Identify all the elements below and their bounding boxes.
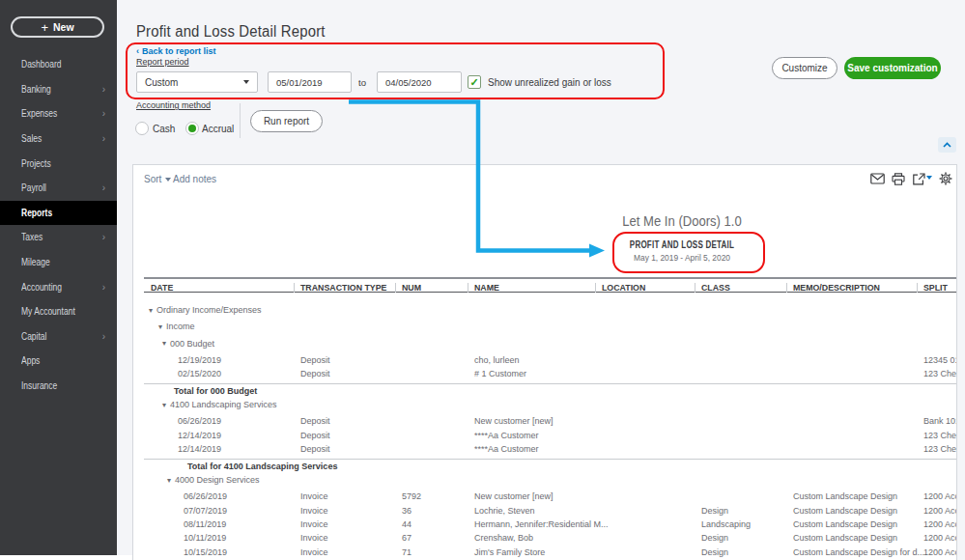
sidebar-item-mileage[interactable]: Mileage: [0, 250, 117, 275]
chevron-right-icon: ›: [102, 331, 105, 342]
sidebar-item-label: Insurance: [21, 380, 57, 391]
run-report-button[interactable]: Run report: [250, 110, 323, 132]
table-row: 06/26/2019DepositNew customer [new]Bank …: [144, 414, 956, 428]
cell-name: cho, lurleen: [474, 353, 520, 367]
cell-date: 12/14/2019: [178, 429, 221, 442]
cell-split: 1200 Acco: [923, 546, 957, 559]
table-row: Total for 000 Budget: [144, 383, 956, 397]
sidebar-item-taxes[interactable]: Taxes›: [0, 225, 117, 250]
table-row: 12/14/2019Deposit****Aa Customer123 Chec…: [144, 429, 956, 442]
table-row: 07/07/2019Invoice36Lochrie, StevenDesign…: [144, 504, 956, 518]
group-label: 4000 Design Services: [175, 475, 260, 485]
table-row: 10/11/2019Invoice67Crenshaw, BobDesignCu…: [144, 531, 956, 545]
page-title: Profit and Loss Detail Report: [136, 23, 326, 41]
cell-date: 12/14/2019: [178, 442, 221, 456]
cell-split: 1200 Acco: [923, 531, 957, 545]
sidebar-item-capital[interactable]: Capital›: [0, 324, 117, 350]
report-title: PROFIT AND LOSS DETAIL: [566, 239, 798, 250]
accrual-radio[interactable]: [185, 122, 199, 135]
back-to-report-list-link[interactable]: ‹Back to report list: [136, 46, 216, 56]
collapse-button[interactable]: [938, 137, 956, 153]
sidebar-item-label: Reports: [21, 208, 52, 218]
table-row: Total for 4100 Landscaping Services: [144, 459, 956, 472]
collapse-triangle-icon[interactable]: ▾: [149, 304, 153, 318]
new-button[interactable]: + New: [11, 16, 104, 38]
collapse-triangle-icon[interactable]: ▾: [162, 399, 166, 412]
date-from-input[interactable]: 05/01/2019: [268, 71, 352, 93]
table-row: 12/19/2019Depositcho, lurleen12345 01 W: [144, 353, 956, 367]
cell-txn: Deposit: [300, 367, 330, 380]
email-icon[interactable]: [870, 173, 885, 184]
column-header: NAME: [474, 283, 499, 293]
cell-txn: Invoice: [300, 518, 328, 531]
cell-class: Design: [701, 531, 728, 545]
sidebar-item-label: Taxes: [21, 232, 43, 242]
table-row: 08/11/2019Invoice44Hermann, Jennifer:Res…: [144, 518, 956, 531]
column-header: TRANSACTION TYPE: [300, 283, 386, 293]
collapse-triangle-icon[interactable]: ▾: [158, 321, 162, 334]
sidebar-item-reports[interactable]: Reports: [0, 201, 117, 226]
cell-name: ****Aa Customer: [474, 429, 539, 442]
cell-date: 06/26/2019: [178, 414, 221, 428]
sidebar-item-my-accountant[interactable]: My Accountant: [0, 299, 117, 324]
sidebar-item-projects[interactable]: Projects: [0, 151, 117, 176]
sidebar-nav: DashboardBanking›Expenses›Sales›Projects…: [0, 52, 117, 398]
cell-class: Landscaping: [701, 518, 751, 531]
accrual-label: Accrual: [202, 124, 234, 134]
cash-radio[interactable]: [135, 122, 149, 135]
divider: [240, 103, 241, 138]
cell-date: 07/07/2019: [184, 504, 227, 518]
sidebar-item-payroll[interactable]: Payroll›: [0, 176, 117, 201]
radio-dot: [188, 125, 196, 132]
collapse-triangle-icon[interactable]: ▾: [167, 474, 171, 488]
show-unrealized-label: Show unrealized gain or loss: [488, 77, 611, 88]
column-header: DATE: [151, 283, 173, 293]
column-header: SPLIT: [923, 283, 948, 293]
sidebar-item-apps[interactable]: Apps: [0, 349, 117, 374]
chevron-right-icon: ›: [102, 84, 105, 95]
sort-dropdown[interactable]: Sort: [144, 174, 171, 184]
gear-icon[interactable]: [939, 172, 952, 185]
group-label: Income: [166, 322, 195, 331]
cell-name: New customer [new]: [474, 490, 553, 503]
column-header: CLASS: [701, 283, 730, 293]
date-to-input[interactable]: 04/05/2020: [377, 71, 462, 93]
cell-memo: Custom Landscape Design: [793, 531, 897, 545]
chevron-right-icon: ›: [102, 108, 105, 119]
sidebar-item-dashboard[interactable]: Dashboard: [0, 52, 117, 77]
sidebar-item-expenses[interactable]: Expenses›: [0, 101, 117, 126]
chevron-right-icon: ›: [102, 282, 105, 293]
cell-date: 10/11/2019: [184, 531, 226, 545]
plus-icon: +: [41, 21, 48, 34]
cell-name: ****Aa Customer: [474, 442, 539, 456]
report-subtitle: May 1, 2019 - April 5, 2020: [554, 252, 809, 263]
collapse-triangle-icon[interactable]: ▾: [162, 337, 166, 350]
cell-txn: Invoice: [300, 546, 328, 559]
customize-button[interactable]: Customize: [772, 57, 837, 79]
cell-date: 08/11/2019: [184, 518, 226, 531]
print-icon[interactable]: [892, 173, 905, 185]
cell-name: New customer [new]: [474, 414, 553, 428]
cell-class: Design: [701, 546, 728, 559]
show-unrealized-checkbox[interactable]: ✓: [468, 75, 481, 89]
sidebar-item-sales[interactable]: Sales›: [0, 126, 117, 152]
report-period-select[interactable]: Custom: [136, 71, 258, 93]
cell-memo: Custom Landscape Design: [793, 518, 897, 531]
cell-txn: Invoice: [300, 490, 328, 503]
chevron-down-icon: [165, 178, 171, 182]
cell-date: 02/15/2020: [178, 367, 221, 380]
add-notes-link[interactable]: Add notes: [173, 174, 216, 184]
cell-num: 44: [402, 518, 412, 531]
cell-split: 12345 01 W: [923, 353, 957, 367]
sidebar-item-accounting[interactable]: Accounting›: [0, 274, 117, 299]
export-icon[interactable]: [912, 173, 932, 185]
cell-txn: Deposit: [300, 429, 330, 442]
cell-txn: Invoice: [300, 504, 328, 518]
sidebar-item-insurance[interactable]: Insurance: [0, 374, 117, 399]
cell-txn: Deposit: [300, 442, 330, 456]
column-header: MEMO/DESCRIPTION: [793, 283, 880, 293]
cell-txn: Deposit: [300, 353, 330, 367]
save-customization-button[interactable]: Save customization: [844, 57, 941, 79]
sidebar-item-banking[interactable]: Banking›: [0, 77, 117, 102]
cell-memo: Custom Landscape Design: [793, 490, 897, 503]
